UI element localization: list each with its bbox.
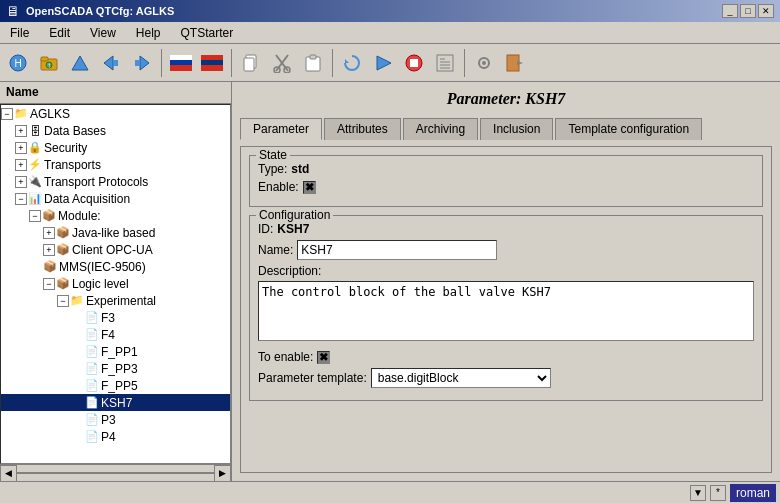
svg-rect-29 [437, 55, 453, 71]
tree-label-module: Module: [58, 209, 101, 223]
minimize-button[interactable]: _ [722, 4, 738, 18]
enable-checkbox[interactable]: ✖ [303, 181, 316, 194]
tree-expand-client-opc-ua[interactable]: + [43, 244, 55, 256]
desc-textarea[interactable]: The control block of the ball valve KSH7 [258, 281, 754, 341]
maximize-button[interactable]: □ [740, 4, 756, 18]
tab-template-config[interactable]: Template configuration [555, 118, 702, 140]
scroll-left-btn[interactable]: ◀ [0, 465, 17, 482]
tree-icon-experimental: 📁 [70, 294, 84, 308]
state-group: State Type: std Enable: ✖ [249, 155, 763, 207]
tree-expand-module[interactable]: − [29, 210, 41, 222]
svg-rect-28 [410, 59, 418, 67]
copy-button[interactable] [237, 49, 265, 77]
tree-node-module[interactable]: −📦Module: [1, 207, 230, 224]
svg-rect-13 [170, 65, 192, 71]
menu-help[interactable]: Help [130, 24, 167, 42]
folder-button[interactable]: ↑ [35, 49, 63, 77]
tree-icon-mms: 📦 [43, 260, 57, 274]
tree-node-f-pp5[interactable]: 📄F_PP5 [1, 377, 230, 394]
tree-label-f-pp3: F_PP3 [101, 362, 138, 376]
tree-label-f-pp5: F_PP5 [101, 379, 138, 393]
cut-button[interactable] [268, 49, 296, 77]
tab-parameter[interactable]: Parameter [240, 118, 322, 140]
tree-expand-databases[interactable]: + [15, 125, 27, 137]
status-down-button[interactable]: ▼ [690, 485, 706, 501]
tree-node-databases[interactable]: +🗄Data Bases [1, 122, 230, 139]
settings-button[interactable] [470, 49, 498, 77]
menu-edit[interactable]: Edit [43, 24, 76, 42]
menu-qtstarter[interactable]: QTStarter [175, 24, 240, 42]
tree-header: Name [0, 82, 231, 104]
left-scrollbar[interactable]: ◀ ▶ [0, 464, 231, 481]
svg-text:↑: ↑ [47, 61, 51, 70]
flag2-button[interactable] [198, 49, 226, 77]
tree-expand-data-acquisition[interactable]: − [15, 193, 27, 205]
refresh-button[interactable] [338, 49, 366, 77]
exit-button[interactable] [501, 49, 529, 77]
name-input[interactable] [297, 240, 497, 260]
toolbar: H ↑ [0, 44, 780, 82]
menu-bar: File Edit View Help QTStarter [0, 22, 780, 44]
tree-icon-transports: ⚡ [28, 158, 42, 172]
tree-expand-experimental[interactable]: − [57, 295, 69, 307]
tab-inclusion[interactable]: Inclusion [480, 118, 553, 140]
tree-node-data-acquisition[interactable]: −📊Data Acquisition [1, 190, 230, 207]
tree-node-transports[interactable]: +⚡Transports [1, 156, 230, 173]
tree-icon-p4: 📄 [85, 430, 99, 444]
tree-node-experimental[interactable]: −📁Experimental [1, 292, 230, 309]
tree-node-p4[interactable]: 📄P4 [1, 428, 230, 445]
tree-container[interactable]: −📁AGLKS+🗄Data Bases+🔒Security+⚡Transport… [0, 104, 231, 464]
tree-node-aglks[interactable]: −📁AGLKS [1, 105, 230, 122]
tree-node-p3[interactable]: 📄P3 [1, 411, 230, 428]
status-user: roman [730, 484, 776, 502]
tree-node-ksh7[interactable]: 📄KSH7 [1, 394, 230, 411]
menu-view[interactable]: View [84, 24, 122, 42]
tree-node-logic-level[interactable]: −📦Logic level [1, 275, 230, 292]
toolbar-separator-3 [332, 49, 333, 77]
tree-node-client-opc-ua[interactable]: +📦Client OPC-UA [1, 241, 230, 258]
desc-label: Description: [258, 264, 750, 278]
tree-node-f-pp3[interactable]: 📄F_PP3 [1, 360, 230, 377]
param-template-select[interactable]: base.digitBlock [371, 368, 551, 388]
tree-node-security[interactable]: +🔒Security [1, 139, 230, 156]
tree-label-data-acquisition: Data Acquisition [44, 192, 130, 206]
flag-ru-button[interactable] [167, 49, 195, 77]
tree-expand-logic-level[interactable]: − [43, 278, 55, 290]
tree-node-java-based[interactable]: +📦Java-like based [1, 224, 230, 241]
to-enable-checkbox[interactable]: ✖ [317, 351, 330, 364]
tree-label-f3: F3 [101, 311, 115, 325]
forward-button[interactable] [128, 49, 156, 77]
tree-expand-security[interactable]: + [15, 142, 27, 154]
svg-rect-18 [244, 58, 254, 71]
scroll-right-btn[interactable]: ▶ [214, 465, 231, 482]
tree-expand-transports[interactable]: + [15, 159, 27, 171]
run-button[interactable] [369, 49, 397, 77]
tree-node-transport-protocols[interactable]: +🔌Transport Protocols [1, 173, 230, 190]
home-button[interactable]: H [4, 49, 32, 77]
tree-expand-transport-protocols[interactable]: + [15, 176, 27, 188]
tree-icon-client-opc-ua: 📦 [56, 243, 70, 257]
status-asterisk-button[interactable]: * [710, 485, 726, 501]
stop-button[interactable] [400, 49, 428, 77]
tree-node-f3[interactable]: 📄F3 [1, 309, 230, 326]
tree-node-f4[interactable]: 📄F4 [1, 326, 230, 343]
toolbar-separator-2 [231, 49, 232, 77]
tree-expand-aglks[interactable]: − [1, 108, 13, 120]
up-button[interactable] [66, 49, 94, 77]
menu-file[interactable]: File [4, 24, 35, 42]
param-template-label: Parameter template: [258, 371, 367, 385]
close-button[interactable]: ✕ [758, 4, 774, 18]
back-button[interactable] [97, 49, 125, 77]
name-label: Name: [258, 243, 293, 257]
info-button[interactable] [431, 49, 459, 77]
tab-archiving[interactable]: Archiving [403, 118, 478, 140]
paste-button[interactable] [299, 49, 327, 77]
tree-node-f-pp1[interactable]: 📄F_PP1 [1, 343, 230, 360]
param-template-row: Parameter template: base.digitBlock [258, 368, 754, 388]
svg-rect-14 [201, 55, 223, 60]
status-bar: ▼ * roman [0, 481, 780, 503]
tree-expand-java-based[interactable]: + [43, 227, 55, 239]
tree-label-experimental: Experimental [86, 294, 156, 308]
tab-attributes[interactable]: Attributes [324, 118, 401, 140]
tree-node-mms[interactable]: 📦MMS(IEC-9506) [1, 258, 230, 275]
